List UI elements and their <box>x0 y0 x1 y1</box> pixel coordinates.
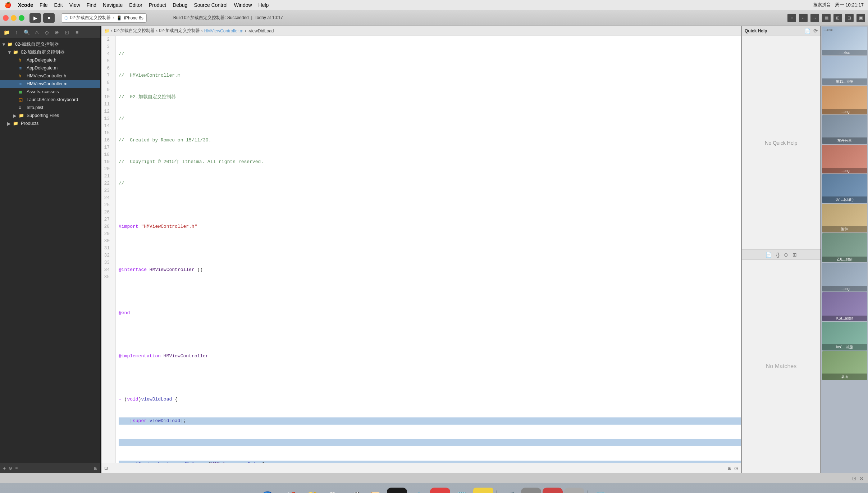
desktop-thumb-3[interactable]: ....png <box>822 86 867 114</box>
version-editor-btn[interactable]: ⊟ <box>845 14 854 22</box>
dock-stickies[interactable]: 📌 <box>473 488 493 493</box>
sidebar-item-hmvc-m[interactable]: m HMViewController.m <box>0 80 100 88</box>
sort-button[interactable]: ≡ <box>15 466 18 471</box>
search-input-menubar[interactable]: 搜索拼音 <box>813 2 831 8</box>
desktop-thumb-5[interactable]: ....png <box>822 145 867 173</box>
close-button[interactable] <box>3 15 9 21</box>
breadcrumb-group[interactable]: 02-加载自定义控制器 <box>114 28 155 34</box>
editor-settings-btn[interactable]: ⊞ <box>728 466 731 471</box>
dock-finder[interactable]: 🔵 <box>257 488 278 493</box>
editor-content[interactable]: 2 3 4 5 6 7 8 9 10 11 12 13 14 15 16 17 … <box>101 36 741 463</box>
dock-app3[interactable]: ≡ <box>564 488 584 493</box>
breakpoint-icon[interactable]: ⊡ <box>63 29 70 36</box>
sidebar-item-project-root[interactable]: ▼ 📁 02-加载自定义控制器 <box>0 40 100 48</box>
dock-mouse[interactable]: 🖱️ <box>322 488 342 493</box>
run-button[interactable]: ▶ <box>29 13 41 23</box>
apple-logo[interactable]: 🍎 <box>4 1 12 8</box>
breadcrumb-project[interactable]: 📁 <box>104 28 110 33</box>
sidebar-item-appdelegate-h[interactable]: h AppDelegate.h <box>0 56 100 64</box>
dock-media[interactable]: 🎬 <box>344 488 364 493</box>
code-area[interactable]: // // HMViewController.m // 02-加载自定义控制器 … <box>116 36 741 463</box>
grid-icon-btn[interactable]: ⊞ <box>792 252 797 258</box>
log-icon[interactable]: ≡ <box>73 29 81 36</box>
desktop-thumb-4[interactable]: 车丹分享 <box>822 115 867 144</box>
dock-notes[interactable]: 🗒️ <box>452 488 472 493</box>
stop-button[interactable]: ■ <box>43 13 55 23</box>
folder-nav-icon[interactable]: 📁 <box>3 29 10 36</box>
dock-safari[interactable]: 🧭 <box>301 488 321 493</box>
menu-debug[interactable]: Debug <box>173 2 187 8</box>
bottom-view-hierarchy-btn[interactable]: ⊡ <box>852 475 856 481</box>
dock-sysprefs[interactable]: ⚙️ <box>408 488 429 493</box>
forward-button[interactable]: → <box>810 14 819 22</box>
desktop-thumb-2[interactable]: 第13...业里 <box>822 56 867 85</box>
warning-icon[interactable]: ⚠ <box>33 29 40 36</box>
menu-file[interactable]: File <box>40 2 48 8</box>
search-nav-icon[interactable]: 🔍 <box>23 29 30 36</box>
file-icon-btn[interactable]: 📄 <box>766 252 772 258</box>
code-line-19: [super viewDidLoad]; <box>119 417 741 425</box>
dock-launchpad[interactable]: 🚀 <box>279 488 299 493</box>
dock-app1[interactable]: 📱 <box>521 488 541 493</box>
dock-trash[interactable]: 🗑️ <box>590 488 611 493</box>
desktop-thumb-1[interactable]: ....xlsx ....xlsx <box>822 27 867 55</box>
new-file-icon[interactable]: 📄 <box>804 28 810 34</box>
dock-terminal[interactable]: $_ <box>387 488 407 493</box>
scheme-selector[interactable]: ⬡ 02-加载自定义控制器 › 📱 iPhone 6s <box>61 13 147 23</box>
menu-find[interactable]: Find <box>87 2 96 8</box>
desktop-thumb-7[interactable]: 附件 <box>822 204 867 232</box>
menu-navigate[interactable]: Navigate <box>103 2 123 8</box>
dock-script[interactable]: 📜 <box>365 488 385 493</box>
filter-button[interactable]: ⊖ <box>9 466 12 471</box>
sidebar-item-launchscreen[interactable]: ◱ LaunchScreen.storyboard <box>0 96 100 104</box>
menu-source-control[interactable]: Source Control <box>194 2 227 8</box>
minimize-button[interactable] <box>11 15 17 21</box>
menu-window[interactable]: Window <box>234 2 252 8</box>
desktop-thumb-10[interactable]: KSI...aster <box>822 292 867 321</box>
desktop-thumb-8[interactable]: ZJL...etail <box>822 233 867 262</box>
navigator-toggle[interactable]: ≡ <box>787 14 796 22</box>
desktop-thumb-9[interactable]: ....png <box>822 263 867 291</box>
back-button[interactable]: ← <box>799 14 808 22</box>
refresh-icon[interactable]: ⟳ <box>813 28 818 34</box>
menu-xcode[interactable]: Xcode <box>18 2 33 8</box>
sidebar-item-assets[interactable]: ◼ Assets.xcassets <box>0 88 100 96</box>
menu-view[interactable]: View <box>69 2 80 8</box>
add-file-button[interactable]: + <box>3 465 6 471</box>
desktop-thumb-12[interactable]: 桌面 <box>822 351 867 380</box>
sidebar-item-hmvc-h[interactable]: h HMViewController.h <box>0 72 100 80</box>
menu-product[interactable]: Product <box>149 2 166 8</box>
assistant-editor-btn[interactable]: ⊞ <box>833 14 842 22</box>
debug-icon[interactable]: ⊕ <box>53 29 60 36</box>
utilities-toggle[interactable]: ▣ <box>856 14 865 22</box>
menu-editor[interactable]: Editor <box>129 2 142 8</box>
menu-help[interactable]: Help <box>259 2 269 8</box>
desktop-thumb-11[interactable]: ios1...试题 <box>822 322 867 350</box>
dock-music[interactable]: 🎵 <box>499 488 520 493</box>
maximize-button[interactable] <box>19 15 24 21</box>
dock-app2[interactable]: ✕ <box>543 488 563 493</box>
menu-edit[interactable]: Edit <box>54 2 63 8</box>
sidebar-item-products[interactable]: ▶ 📁 Products <box>0 119 100 127</box>
breadcrumb-file[interactable]: HMViewController.m <box>204 28 243 33</box>
standard-editor-btn[interactable]: ▤ <box>822 14 831 22</box>
clock-icon-btn[interactable]: ⊙ <box>784 252 788 258</box>
breadcrumb-method[interactable]: -viewDidLoad <box>248 28 274 33</box>
view-hierarchy-btn[interactable]: ⊡ <box>104 466 108 471</box>
sidebar-item-group[interactable]: ▼ 📁 02-加载自定义控制器 <box>0 48 100 56</box>
git-icon[interactable]: ↑ <box>13 29 20 36</box>
sidebar-item-appdelegate-m[interactable]: m AppDelegate.m <box>0 64 100 72</box>
sidebar-item-supporting-files[interactable]: ▶ 📁 Supporting Files <box>0 112 100 119</box>
line-num: 31 <box>101 245 113 252</box>
toolbar-right: ≡ ← → ▤ ⊞ ⊟ ▣ <box>787 14 865 22</box>
folder-icon: 📁 <box>19 113 25 118</box>
dock-xmind[interactable]: ✕ <box>430 488 450 493</box>
breadcrumb-group2[interactable]: 02-加载自定义控制器 <box>159 28 200 34</box>
code-coverage-btn[interactable]: ◷ <box>734 466 738 471</box>
sidebar-item-infoplist[interactable]: ≡ Info.plist <box>0 104 100 112</box>
desktop-thumb-6[interactable]: 07-...(优化) <box>822 174 867 203</box>
view-controls[interactable]: ⊞ <box>94 466 97 471</box>
bottom-clock-btn[interactable]: ⊙ <box>859 475 864 481</box>
braces-icon-btn[interactable]: {} <box>776 252 779 258</box>
test-icon[interactable]: ◇ <box>43 29 50 36</box>
